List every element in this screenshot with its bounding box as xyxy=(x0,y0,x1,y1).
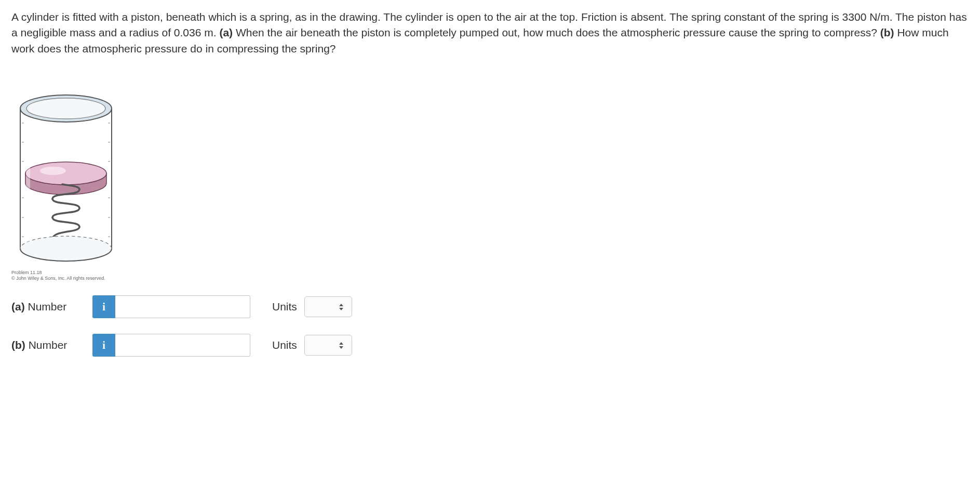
part-a-marker: (a) xyxy=(219,26,233,38)
part-b-marker: (b) xyxy=(880,26,894,38)
units-label: Units xyxy=(272,337,297,353)
number-input-group-b: i xyxy=(92,334,250,357)
answer-area: (a) Number i Units (b) Number i Units xyxy=(11,295,969,357)
problem-text-segment: When the air beneath the piston is compl… xyxy=(236,26,880,38)
units-select-b[interactable] xyxy=(304,335,352,356)
answer-row-b: (b) Number i Units xyxy=(11,334,969,357)
info-icon[interactable]: i xyxy=(92,295,115,318)
figure-copyright-line: © John Wiley & Sons, Inc. All rights res… xyxy=(11,276,126,281)
part-b-label: (b) Number xyxy=(11,337,92,353)
problem-statement: A cylinder is fitted with a piston, bene… xyxy=(11,9,967,57)
svg-point-14 xyxy=(25,162,106,185)
stepper-icon xyxy=(339,342,344,349)
number-input-group-a: i xyxy=(92,295,250,318)
units-select-a[interactable] xyxy=(304,296,352,317)
figure-copyright-line: Problem 11.18 xyxy=(11,270,126,276)
part-a-bold: (a) xyxy=(11,301,25,312)
part-a-label: (a) Number xyxy=(11,299,92,315)
info-icon[interactable]: i xyxy=(92,334,115,357)
answer-row-a: (a) Number i Units xyxy=(11,295,969,318)
stepper-icon xyxy=(339,304,344,310)
units-label: Units xyxy=(272,299,297,315)
number-input-a[interactable] xyxy=(115,295,250,318)
number-word: Number xyxy=(25,301,67,312)
svg-rect-18 xyxy=(26,118,30,242)
svg-point-1 xyxy=(26,98,105,119)
figure: Problem 11.18 © John Wiley & Sons, Inc. … xyxy=(11,93,969,281)
svg-point-15 xyxy=(40,167,66,175)
number-word: Number xyxy=(25,339,68,351)
part-b-bold: (b) xyxy=(11,339,25,351)
number-input-b[interactable] xyxy=(115,334,250,357)
cylinder-piston-diagram xyxy=(11,93,120,264)
